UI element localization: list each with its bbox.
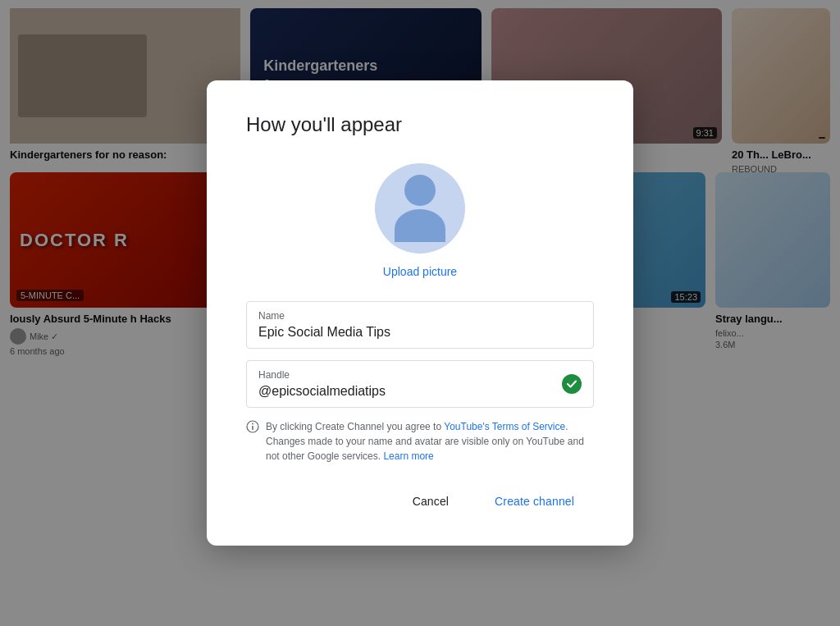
info-icon	[246, 420, 259, 437]
handle-field-content: Handle @epicsocialmediatips	[258, 369, 386, 399]
modal-actions: Cancel Create channel	[246, 487, 594, 516]
handle-check-icon	[562, 374, 582, 394]
legal-text-section: By clicking Create Channel you agree to …	[246, 419, 594, 464]
svg-rect-1	[252, 426, 253, 430]
create-channel-button[interactable]: Create channel	[475, 487, 594, 516]
modal-title: How you'll appear	[246, 113, 594, 137]
upload-picture-link[interactable]: Upload picture	[383, 265, 457, 278]
name-field[interactable]: Name Epic Social Media Tips	[246, 301, 594, 349]
cancel-button[interactable]: Cancel	[393, 487, 468, 516]
svg-point-2	[252, 423, 253, 424]
avatar-section: Upload picture	[246, 163, 594, 278]
tos-link[interactable]: YouTube's Terms of Service	[444, 421, 565, 432]
checkmark-svg	[566, 378, 578, 390]
learn-more-link[interactable]: Learn more	[383, 450, 433, 462]
handle-label: Handle	[258, 369, 386, 381]
avatar-head	[404, 175, 436, 206]
name-label: Name	[258, 310, 582, 322]
legal-text-content: By clicking Create Channel you agree to …	[266, 419, 594, 464]
name-value: Epic Social Media Tips	[258, 325, 582, 340]
avatar-circle	[375, 163, 465, 254]
modal-backdrop: How you'll appear Upload picture Name Ep…	[0, 0, 840, 626]
handle-field-inner: Handle @epicsocialmediatips	[258, 369, 582, 399]
handle-field[interactable]: Handle @epicsocialmediatips	[246, 360, 594, 408]
modal-dialog: How you'll appear Upload picture Name Ep…	[207, 80, 633, 546]
avatar-body	[395, 209, 445, 242]
avatar-person	[395, 175, 445, 242]
legal-text-1: By clicking Create Channel you agree to	[266, 421, 444, 432]
handle-value: @epicsocialmediatips	[258, 384, 386, 399]
